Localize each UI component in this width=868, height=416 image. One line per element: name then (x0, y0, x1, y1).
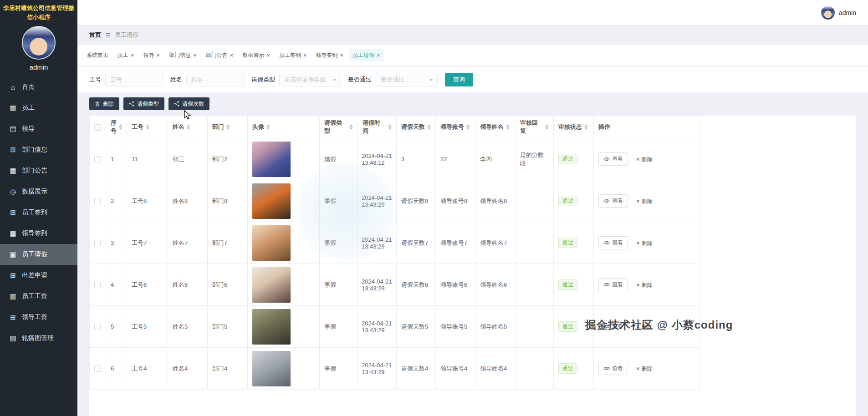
hamburger-icon[interactable]: ☰ (105, 32, 111, 39)
leave-type-select[interactable]: 请选择请假类型 (279, 73, 341, 86)
column-header[interactable]: 审核状态 (554, 116, 594, 138)
approved-select[interactable]: 是否通过 (376, 73, 438, 86)
sort-carets-icon[interactable] (545, 124, 549, 130)
row-delete-button[interactable]: × 删除 (636, 198, 653, 205)
column-header[interactable]: 操作 (594, 116, 700, 138)
row-checkbox[interactable] (94, 240, 101, 246)
cell-review-reply (516, 180, 554, 222)
leave-count-button[interactable]: 请假次数 (168, 97, 209, 110)
view-button[interactable]: 查看 (598, 362, 628, 375)
sidebar-item[interactable]: ▤ 领导 (0, 118, 77, 139)
column-header[interactable]: 审核回复 (516, 116, 554, 138)
tab[interactable]: 数据展示 × (239, 49, 274, 61)
table-row: 3 工号7 姓名7 部门7 事假 2024-04-21 13:43:29 请假天… (90, 222, 700, 264)
tab[interactable]: 部门信息 × (165, 49, 200, 61)
column-header[interactable]: 领导账号 (436, 116, 475, 138)
select-all-checkbox[interactable] (94, 124, 101, 131)
sidebar-item[interactable]: ▦ 员工 (0, 97, 77, 118)
sort-carets-icon[interactable] (349, 124, 353, 130)
user-avatar (821, 6, 835, 20)
name-input[interactable] (186, 73, 245, 86)
column-header[interactable]: 请假类型 (320, 116, 358, 138)
row-delete-button[interactable]: × 删除 (636, 156, 653, 163)
tab-close-icon[interactable]: × (340, 52, 344, 58)
tab-close-icon[interactable]: × (193, 52, 197, 58)
tab-close-icon[interactable]: × (230, 52, 234, 58)
tab[interactable]: 部门公告 × (202, 49, 237, 61)
column-header[interactable]: 请假天数 (397, 116, 436, 138)
column-header[interactable]: 头像 (248, 116, 320, 138)
sort-carets-icon[interactable] (266, 124, 270, 130)
cell-leave-days: 3 (397, 138, 436, 180)
cell-avatar (248, 348, 320, 390)
row-checkbox[interactable] (94, 156, 101, 162)
view-button[interactable]: 查看 (598, 236, 628, 249)
sort-carets-icon[interactable] (388, 124, 392, 130)
search-button[interactable]: 查询 (445, 73, 473, 86)
tab-close-icon[interactable]: × (131, 52, 134, 58)
column-header-label: 审核状态 (558, 123, 582, 131)
sidebar-item[interactable]: ⊞ 员工签到 (0, 202, 77, 223)
view-button[interactable]: 查看 (598, 194, 628, 208)
tab-close-icon[interactable]: × (157, 52, 160, 58)
column-header[interactable]: 工号 (127, 116, 168, 138)
sort-carets-icon[interactable] (119, 124, 123, 130)
sort-carets-icon[interactable] (226, 124, 230, 130)
row-delete-button[interactable]: × 删除 (636, 365, 653, 373)
row-checkbox[interactable] (94, 282, 101, 288)
sidebar-item[interactable]: ⊞ 部门信息 (0, 139, 77, 160)
cell-leave-days: 请假天数5 (397, 306, 436, 348)
tab-close-icon[interactable]: × (377, 52, 380, 58)
sort-carets-icon[interactable] (466, 124, 470, 130)
cell-leader-name: 领导姓名6 (475, 264, 516, 306)
cell-leave-type: 婚假 (320, 138, 358, 180)
tab[interactable]: 员工 × (114, 49, 138, 61)
sidebar-item[interactable]: ▥ 员工工资 (0, 286, 77, 307)
sidebar-item[interactable]: ⌂ 首页 (0, 76, 77, 97)
sidebar-item[interactable]: ▣ 员工请假 (0, 244, 77, 265)
tab[interactable]: 员工签到 × (276, 49, 311, 61)
jobno-input[interactable] (105, 73, 163, 86)
row-checkbox[interactable] (94, 365, 101, 372)
column-header[interactable]: 部门 (208, 116, 248, 138)
column-header[interactable]: 请假时间 (358, 116, 397, 138)
view-button[interactable]: 查看 (598, 278, 628, 291)
data-display-icon: ◷ (9, 188, 17, 196)
tab[interactable]: 领导 × (140, 49, 164, 61)
row-delete-label: 删除 (642, 365, 653, 373)
view-button[interactable]: 查看 (598, 152, 628, 166)
header-user-menu[interactable]: admin (821, 6, 856, 20)
tab[interactable]: 系统首页 × (83, 49, 112, 61)
cell-name: 姓名6 (168, 264, 208, 306)
column-header[interactable]: 姓名 (168, 116, 208, 138)
sidebar-item[interactable]: ▧ 轮播图管理 (0, 328, 77, 349)
tab-close-icon[interactable]: × (303, 52, 307, 58)
row-delete-button[interactable]: × 删除 (636, 323, 653, 331)
sidebar-item[interactable]: ▦ 领导签到 (0, 223, 77, 244)
sidebar-item[interactable]: ▦ 部门公告 (0, 160, 77, 181)
tab[interactable]: 员工请假 × (349, 49, 384, 61)
sort-carets-icon[interactable] (506, 124, 510, 130)
tab-close-icon[interactable]: × (266, 52, 270, 58)
sort-carets-icon[interactable] (584, 124, 588, 130)
sidebar-item[interactable]: ⊞ 领导工资 (0, 307, 77, 328)
leave-type-button[interactable]: 请假类型 (123, 97, 164, 110)
sidebar-item[interactable]: ◷ 数据展示 (0, 181, 77, 202)
view-button[interactable]: 查看 (598, 320, 628, 333)
row-checkbox[interactable] (94, 198, 101, 204)
sort-carets-icon[interactable] (427, 124, 431, 130)
breadcrumb-home[interactable]: 首页 (89, 31, 101, 39)
column-header[interactable]: 序号 (106, 116, 127, 138)
tab[interactable]: 领导签到 × (312, 49, 347, 61)
row-delete-button[interactable]: × 删除 (636, 281, 653, 289)
delete-button[interactable]: 删除 (89, 97, 119, 110)
sidebar-item[interactable]: ⊞ 出差申请 (0, 265, 77, 286)
row-delete-button[interactable]: × 删除 (636, 239, 653, 247)
cell-operations: 查看 × 删除 (594, 264, 700, 306)
cell-name: 姓名8 (168, 180, 208, 222)
column-header[interactable]: 领导姓名 (475, 116, 516, 138)
sort-carets-icon[interactable] (187, 124, 190, 130)
app-title: 李庙村建筑公司信息管理微信小程序 (0, 0, 77, 23)
row-checkbox[interactable] (94, 324, 101, 330)
sort-carets-icon[interactable] (146, 124, 149, 130)
